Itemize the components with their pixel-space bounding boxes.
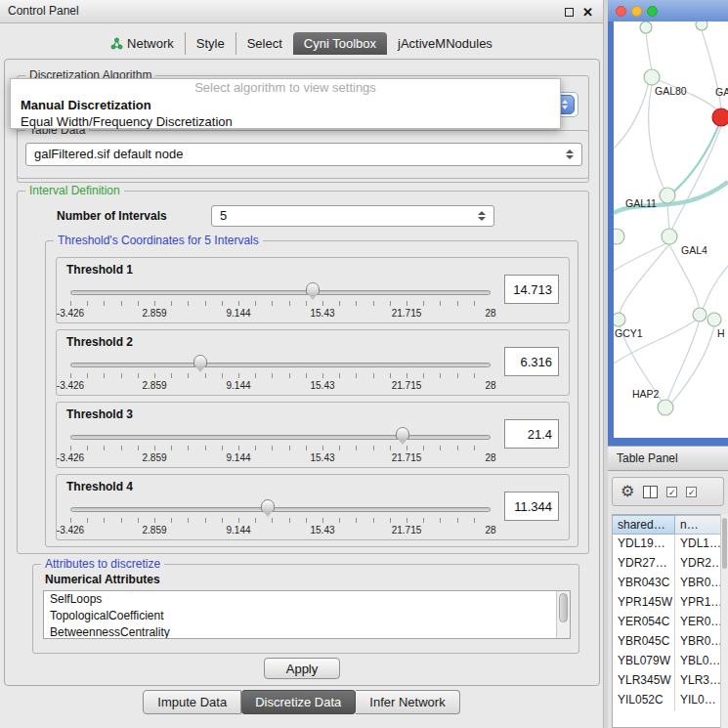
close-icon[interactable]: ✕ [582, 8, 593, 17]
list-item[interactable]: SelfLoops [44, 591, 570, 608]
network-icon [110, 37, 123, 50]
table-scrollbar[interactable] [720, 514, 728, 728]
slider-thumb[interactable] [396, 427, 409, 440]
minimize-traffic-light-icon[interactable] [631, 6, 642, 17]
number-of-intervals-combobox[interactable]: 5 [211, 205, 494, 227]
slider-track[interactable] [70, 363, 491, 367]
threshold-label: Threshold 1 [66, 263, 133, 277]
numerical-attributes-list[interactable]: SelfLoops TopologicalCoefficient Between… [43, 590, 571, 639]
threshold-3-panel: Threshold 3 -3.426 2.859 9.144 15.43 21.… [56, 402, 570, 468]
slider-track[interactable] [70, 435, 491, 440]
threshold-slider[interactable]: -3.426 2.859 9.144 15.43 21.715 28 [70, 354, 491, 393]
table-cell[interactable]: YBL079W [613, 652, 675, 671]
scrollbar-thumb[interactable] [559, 593, 568, 622]
columns-icon[interactable] [643, 486, 658, 498]
list-item[interactable]: TopologicalCoefficient [44, 608, 570, 624]
table-row[interactable]: YBR043C YBR0… [613, 574, 728, 593]
slider-thumb[interactable] [193, 355, 207, 367]
table-header-row: shared… n… [613, 515, 728, 535]
network-node[interactable] [660, 188, 675, 203]
gear-icon[interactable]: ⚙ [621, 484, 634, 499]
threshold-slider[interactable]: -3.426 2.859 9.144 15.43 21.715 28 [70, 426, 491, 465]
table-cell[interactable]: YER054C [613, 613, 675, 632]
threshold-value-field[interactable]: 21.4 [504, 419, 559, 449]
tab-select[interactable]: Select [236, 32, 293, 55]
table-row[interactable]: YDL19… YDL1… [613, 535, 728, 554]
scale-label: 9.144 [226, 380, 250, 391]
table-row[interactable]: YBL079W YBL0… [613, 652, 728, 671]
combo-stepper-icon[interactable] [566, 150, 574, 159]
tab-label: Select [247, 36, 282, 51]
apply-button[interactable]: Apply [264, 658, 340, 679]
column-header[interactable]: shared… [613, 515, 675, 535]
network-canvas[interactable]: GAL80 GA GAL11 GAL4 GCY1 H HAP2 [614, 21, 728, 438]
select-column-checkbox-icon[interactable]: ✓ [686, 487, 697, 497]
list-scrollbar[interactable] [556, 591, 570, 638]
slider-ticks [70, 518, 491, 523]
scale-label: 9.144 [226, 525, 250, 535]
table-row[interactable]: YIL052C YIL0… [613, 691, 728, 710]
combo-stepper-icon[interactable] [478, 211, 486, 221]
tab-infer-network[interactable]: Infer Network [356, 690, 459, 714]
slider-track[interactable] [70, 290, 491, 295]
table-row[interactable]: YBR045C YBR0… [613, 632, 728, 652]
scrollbar-thumb[interactable] [722, 518, 727, 569]
network-node[interactable] [644, 69, 660, 85]
network-node[interactable] [693, 308, 707, 321]
network-node[interactable] [707, 313, 721, 326]
tab-style[interactable]: Style [185, 32, 236, 55]
slider-thumb[interactable] [306, 282, 320, 295]
table-data-combobox[interactable]: galFiltered.sif default node [25, 143, 582, 166]
tab-jactivemnodules[interactable]: jActiveMNodules [387, 32, 503, 55]
tab-label: Cyni Toolbox [304, 36, 376, 51]
scale-label: 15.43 [310, 380, 334, 391]
tab-discretize-data[interactable]: Discretize Data [241, 690, 356, 714]
table-cell[interactable]: YBR043C [613, 574, 675, 593]
tab-network[interactable]: Network [100, 32, 185, 55]
node-label: GAL11 [625, 197, 657, 209]
threshold-value-field[interactable]: 6.316 [504, 347, 559, 376]
threshold-2-panel: Threshold 2 -3.426 2.859 9.144 15.43 21.… [56, 329, 570, 396]
table-cell[interactable]: YDR27… [613, 554, 675, 574]
dropdown-option-manual-discretization[interactable]: Manual Discretization [11, 97, 560, 113]
select-all-checkbox-icon[interactable]: ✓ [666, 487, 677, 497]
scale-label: 21.715 [392, 308, 422, 319]
cyni-toolbox-panel: Discretization Algorithm Table Data galF… [4, 59, 600, 686]
table-cell[interactable]: YDL19… [613, 535, 675, 554]
selected-network-node[interactable] [712, 108, 728, 126]
threshold-value-field[interactable]: 11.344 [504, 492, 559, 521]
float-window-icon[interactable] [565, 8, 574, 17]
threshold-1-panel: Threshold 1 -3.426 2.859 9.144 15.43 21.… [56, 257, 570, 323]
table-cell[interactable]: YIL052C [613, 691, 675, 710]
threshold-value-field[interactable]: 14.713 [504, 275, 559, 304]
table-cell[interactable]: YLR345W [613, 671, 675, 691]
dropdown-option-equal-width[interactable]: Equal Width/Frequency Discretization [11, 113, 560, 130]
network-node[interactable] [614, 229, 624, 244]
network-node[interactable] [614, 313, 625, 326]
network-window-titlebar[interactable] [608, 0, 728, 21]
threshold-slider[interactable]: -3.426 2.859 9.144 15.43 21.715 28 [70, 281, 491, 321]
close-traffic-light-icon[interactable] [616, 6, 626, 17]
network-node[interactable] [662, 229, 677, 244]
slider-thumb[interactable] [261, 499, 275, 512]
node-label: GAL4 [681, 244, 707, 256]
group-title: Interval Definition [25, 184, 124, 197]
table-row[interactable]: YDR27… YDR2… [613, 554, 728, 574]
slider-track[interactable] [70, 507, 491, 512]
table-cell[interactable]: YBR045C [613, 632, 675, 652]
network-node[interactable] [696, 21, 707, 30]
table-row[interactable]: YPR145W YPR1… [613, 593, 728, 613]
table-row[interactable]: YER054C YER0… [613, 613, 728, 632]
table-cell[interactable]: YPR145W [613, 593, 675, 613]
network-node[interactable] [640, 21, 652, 33]
list-item[interactable]: BetweennessCentrality [44, 624, 570, 639]
network-node[interactable] [658, 400, 673, 415]
table-row[interactable]: YLR345W YLR3… [613, 671, 728, 691]
slider-scale: -3.426 2.859 9.144 15.43 21.715 28 [70, 380, 491, 392]
scale-label: 9.144 [226, 452, 250, 463]
tab-cyni-toolbox[interactable]: Cyni Toolbox [293, 32, 387, 55]
panel-title: Control Panel [8, 4, 79, 18]
threshold-slider[interactable]: -3.426 2.859 9.144 15.43 21.715 28 [70, 498, 491, 537]
tab-impute-data[interactable]: Impute Data [143, 690, 241, 714]
zoom-traffic-light-icon[interactable] [647, 6, 658, 17]
